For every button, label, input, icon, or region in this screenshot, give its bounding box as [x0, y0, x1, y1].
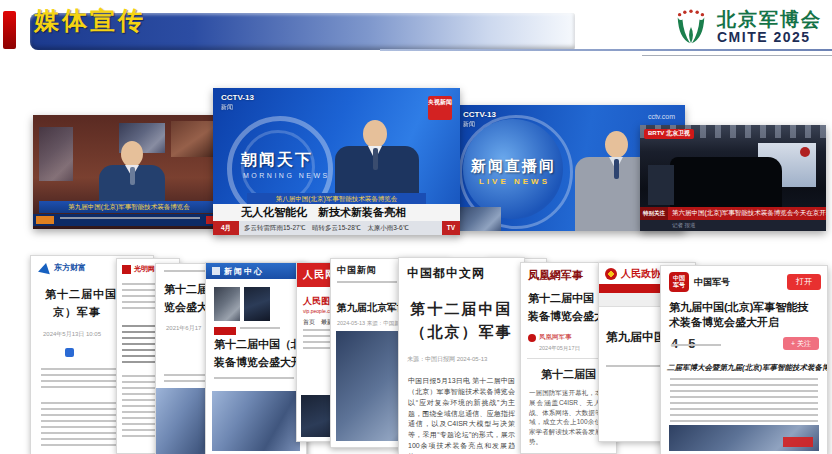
booth-logo — [800, 147, 810, 157]
tag-text-line — [240, 327, 280, 333]
anchor-tie — [373, 148, 378, 170]
cctv-watermark: cctv.com — [648, 113, 675, 120]
anchor-tie — [130, 167, 135, 185]
tv1-ticker — [33, 214, 225, 226]
photo-overlay-tag — [783, 437, 813, 447]
site-name: 中国新闻 — [337, 264, 377, 277]
body-text: 中国日报5月13日电 第十二届中国（北京）军事智能技术装备博览会以“应对复杂环境… — [399, 364, 524, 454]
thumb-photo — [244, 287, 270, 321]
cctv13-logo: CCTV-13 新闻 — [221, 94, 254, 112]
anchor-tie — [614, 159, 619, 179]
expo-logo-icon — [671, 8, 711, 46]
slide: 媒体宣传 北京军博会 CMITE 2025 第九届中国(北京)军事智能技术装备博… — [0, 0, 832, 454]
cctv13-logo: CCTV-13 新闻 — [463, 111, 496, 129]
article-china-daily: 中国都中文网 第十二届中国（北京）军事 来源：中国日报网 2024-05-13 … — [398, 257, 525, 454]
bold-subtitle: 二届军博大会暨第九届(北京)军事智能技术装备博览会 — [661, 351, 827, 373]
site-name: 中国都中文网 — [399, 258, 524, 282]
headline-line2: 装备博览会盛大开幕 — [214, 355, 306, 370]
site-name: 光明网 — [134, 264, 155, 274]
follow-button[interactable]: + 关注 — [783, 337, 819, 350]
article-china-military-app: 中国 军号 中国军号 打开 第九届中国(北京)军事智能技术装备博览会盛大开启 4… — [660, 265, 828, 454]
brtv-channel: BRTV — [648, 130, 664, 136]
expo-logo-text: 北京军博会 CMITE 2025 — [717, 10, 822, 45]
sail-logo-icon — [38, 261, 52, 273]
ticker-weather-text: 多云转雷阵雨15-27℃ 晴转多云15-28℃ 太原小雨3-6℃ — [239, 224, 442, 233]
tv2-caption-main: 无人化智能化 新技术新装备亮相 — [213, 204, 460, 221]
program-title: 朝闻天下 — [241, 150, 313, 171]
program-title-en: LIVE NEWS — [479, 177, 550, 186]
headline-line1: 第十二届中国（北京）军事智能 — [214, 337, 306, 352]
ticker-date-chip: 4月 — [213, 221, 239, 235]
tv1-ticker-chip — [36, 216, 54, 224]
site-logo-icon — [212, 267, 220, 275]
brtv-logo: BRTV 北京卫视 — [644, 129, 694, 139]
anchor-head — [121, 141, 143, 167]
cctv13-channel: CCTV-13 — [463, 110, 496, 119]
site-name: 凤凰網军事 — [528, 269, 583, 281]
studio-screen — [39, 127, 73, 181]
site-name: 新闻中心 — [224, 266, 264, 277]
caption-label: 特别关注 — [640, 207, 668, 220]
tv1-caption: 第九届中国(北京)军事智能技术装备博览会 — [39, 201, 219, 213]
sublogo: 凤凰网军事 — [539, 333, 572, 342]
brtv-channel-sub: 北京卫视 — [666, 130, 690, 136]
cctv-news-badge: 央视新闻 — [428, 96, 452, 120]
red-tag — [214, 327, 236, 335]
anchor-head — [605, 131, 628, 158]
vehicle-silhouette — [670, 157, 782, 209]
page-title: 媒体宣传 — [34, 4, 146, 37]
logo-underline — [642, 55, 832, 56]
tv2-caption-top: 第八届中国(北京)军事智能技术装备博览会 — [247, 193, 426, 204]
program-title: 新闻直播间 — [471, 157, 556, 176]
open-app-button[interactable]: 打开 — [787, 274, 821, 290]
anchor-head — [363, 120, 387, 148]
share-icon[interactable] — [65, 348, 74, 357]
article-news-center: 新闻中心 第十二届中国（北京）军事智能 装备博览会盛大开幕 — [205, 262, 307, 454]
cctv13-channel-sub: 新闻 — [463, 121, 475, 127]
site-logo-icon — [122, 265, 131, 274]
header-divider — [380, 49, 832, 51]
corner-inset-photo — [455, 207, 501, 231]
body-text-lines — [670, 378, 818, 422]
thumb-photo — [214, 287, 240, 321]
meta-text-line — [214, 377, 294, 383]
tv-screenshot-studio-news: 第九届中国(北京)军事智能技术装备博览会 — [33, 115, 225, 229]
red-accent-bar — [3, 11, 16, 49]
tv4-credit: 记者 报道 — [640, 220, 826, 231]
booth-side — [648, 165, 674, 205]
meta-text-line — [671, 344, 721, 349]
breadcrumb-line — [337, 281, 397, 286]
site-name: 东方财富 — [54, 262, 86, 273]
tv4-caption: 第六届中国(北京)军事智能技术装备博览会今天在京开幕 — [668, 209, 826, 218]
cctv13-channel-sub: 新闻 — [221, 104, 233, 110]
app-logo: 中国 军号 — [669, 272, 689, 292]
expo-logo: 北京军博会 CMITE 2025 — [671, 8, 822, 46]
tv-screenshot-brtv-exhibition: BRTV 北京卫视 特别关注 第六届中国(北京)军事智能技术装备博览会今天在京开… — [640, 125, 826, 231]
emblem-icon — [605, 268, 617, 280]
headline: 第十二届中国（北京）军事 — [399, 298, 524, 343]
tv4-caption-bar: 特别关注 第六届中国(北京)军事智能技术装备博览会今天在京开幕 — [640, 207, 826, 220]
cctv13-channel: CCTV-13 — [221, 93, 254, 102]
tv2-weather-ticker: 4月 多云转雷阵雨15-27℃ 晴转多云15-28℃ 太原小雨3-6℃ TV — [213, 221, 460, 235]
tv1-ticker-text — [60, 217, 200, 223]
tv-screenshot-cctv-morning-news: CCTV-13 新闻 央视新闻 朝闻天下 MORNING NEWS 第八届中国(… — [213, 88, 460, 235]
app-name: 中国军号 — [694, 276, 730, 289]
app-logo-line2: 军号 — [673, 282, 685, 289]
source-line: 来源：中国日报网 2024-05-13 — [407, 355, 524, 364]
program-title-en: MORNING NEWS — [243, 172, 330, 179]
ifeng-logo-icon — [528, 334, 536, 342]
exhibition-photo — [212, 391, 300, 451]
app-logo-line1: 中国 — [673, 275, 685, 282]
expo-logo-en: CMITE 2025 — [717, 30, 822, 45]
expo-logo-cn: 北京军博会 — [717, 10, 822, 30]
ticker-tv-logo: TV — [442, 221, 460, 235]
headline: 第九届中国(北京)军事智能技术装备博览会盛大开启 — [661, 292, 827, 330]
